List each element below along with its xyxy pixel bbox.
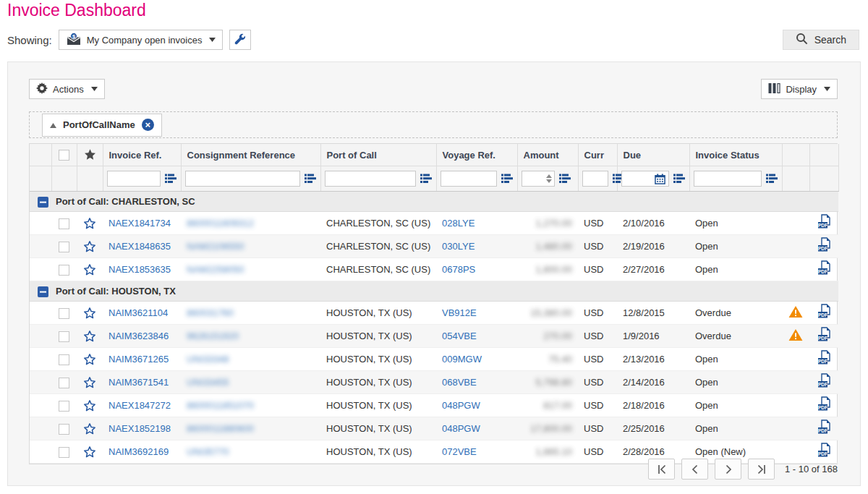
invoice-ref-link[interactable]: NAEX1853635	[109, 264, 171, 275]
pdf-icon[interactable]: PDF	[817, 350, 832, 366]
favorite-star-icon[interactable]	[83, 307, 96, 318]
amount-stepper[interactable]	[544, 174, 554, 183]
filter-menu-icon[interactable]	[305, 174, 317, 184]
favorite-star-icon[interactable]	[83, 330, 96, 341]
pdf-cell[interactable]: PDF	[809, 302, 838, 325]
filter-invoice-ref-input[interactable]	[108, 171, 160, 186]
column-header-amount[interactable]: Amount	[517, 144, 578, 166]
search-button[interactable]: Search	[783, 30, 859, 50]
calendar-icon[interactable]	[652, 174, 668, 184]
pdf-icon[interactable]: PDF	[817, 260, 832, 276]
pdf-cell[interactable]: PDF	[809, 417, 838, 440]
pdf-icon[interactable]: PDF	[817, 237, 832, 253]
invoice-ref-cell[interactable]: NAEX1848635	[103, 235, 181, 258]
filter-due-input[interactable]	[622, 171, 652, 186]
voyage-ref-cell[interactable]: 048PGW	[436, 394, 517, 417]
voyage-ref-link[interactable]: VB912E	[442, 307, 477, 318]
invoice-ref-link[interactable]: NAIM3621104	[109, 307, 168, 318]
voyage-ref-link[interactable]: 048PGW	[442, 423, 480, 434]
favorite-cell[interactable]	[77, 325, 103, 348]
consignment-ref-redacted[interactable]: 860031760	[187, 307, 234, 318]
view-selector-dropdown[interactable]: $ My Company open invoices	[59, 30, 224, 50]
checkbox-cell[interactable]	[51, 258, 77, 281]
row-checkbox[interactable]	[59, 401, 69, 412]
voyage-ref-cell[interactable]: 030LYE	[436, 235, 517, 258]
filter-curr-input[interactable]	[583, 171, 608, 186]
filter-amount-input[interactable]	[522, 171, 544, 186]
consignment-ref-redacted[interactable]: UNI33455	[187, 377, 229, 388]
favorite-star-icon[interactable]	[83, 353, 96, 364]
invoice-ref-cell[interactable]: NAEX1853635	[103, 258, 181, 281]
pdf-cell[interactable]: PDF	[809, 371, 838, 394]
invoice-ref-link[interactable]: NAIM3671265	[109, 354, 169, 365]
consignment-ref-redacted[interactable]: 8600011609312	[187, 218, 254, 229]
select-all-checkbox[interactable]	[59, 150, 69, 161]
pdf-icon[interactable]: PDF	[817, 420, 832, 435]
next-page-button[interactable]	[715, 459, 741, 480]
pdf-cell[interactable]: PDF	[809, 258, 838, 281]
voyage-ref-link[interactable]: 030LYE	[442, 241, 475, 252]
filter-menu-icon[interactable]	[165, 174, 177, 184]
filter-menu-icon[interactable]	[501, 174, 514, 184]
actions-button[interactable]: Actions	[29, 79, 105, 99]
checkbox-cell[interactable]	[51, 325, 77, 348]
filter-invoice-status-input[interactable]	[694, 171, 761, 186]
grouping-chip-portofcallname[interactable]: PortOfCallName ×	[42, 114, 162, 137]
invoice-ref-link[interactable]: NAIM3692169	[109, 446, 169, 457]
pdf-cell[interactable]: PDF	[809, 212, 838, 235]
invoice-ref-cell[interactable]: NAIM3623846	[103, 325, 181, 348]
voyage-ref-link[interactable]: 009MGW	[442, 354, 482, 365]
row-checkbox[interactable]	[59, 218, 69, 229]
select-all-checkbox-header[interactable]	[51, 144, 77, 166]
favorite-cell[interactable]	[77, 417, 103, 440]
voyage-ref-link[interactable]: 068VBE	[442, 377, 477, 388]
favorite-cell[interactable]	[77, 440, 103, 464]
row-checkbox[interactable]	[59, 378, 69, 388]
voyage-ref-cell[interactable]: 054VBE	[436, 325, 517, 348]
row-checkbox[interactable]	[59, 265, 69, 276]
invoice-ref-cell[interactable]: NAEX1847272	[103, 394, 181, 417]
filter-menu-icon[interactable]	[559, 174, 571, 184]
checkbox-cell[interactable]	[51, 394, 77, 417]
filter-menu-icon[interactable]	[766, 174, 778, 184]
voyage-ref-link[interactable]: 072VBE	[442, 446, 477, 457]
previous-page-button[interactable]	[681, 459, 708, 480]
checkbox-cell[interactable]	[51, 212, 77, 235]
collapse-group-icon[interactable]	[38, 197, 48, 208]
favorite-star-icon[interactable]	[83, 263, 96, 274]
column-header-due[interactable]: Due	[617, 144, 689, 166]
favorite-star-icon[interactable]	[83, 240, 96, 251]
favorite-cell[interactable]	[77, 371, 103, 394]
filter-port-of-call-input[interactable]	[326, 171, 415, 186]
column-header-curr[interactable]: Curr	[578, 144, 617, 166]
invoice-ref-link[interactable]: NAIM3623846	[109, 331, 169, 341]
invoice-ref-link[interactable]: NAIM3671541	[109, 377, 169, 388]
row-checkbox[interactable]	[59, 447, 69, 458]
invoice-ref-link[interactable]: NAEX1841734	[109, 218, 171, 229]
pdf-icon[interactable]: PDF	[817, 214, 832, 230]
checkbox-cell[interactable]	[51, 440, 77, 464]
invoice-ref-link[interactable]: NAEX1847272	[109, 400, 171, 411]
consignment-ref-redacted[interactable]: 8600011851070	[187, 400, 254, 411]
voyage-ref-cell[interactable]: 068VBE	[436, 371, 517, 394]
checkbox-cell[interactable]	[51, 348, 77, 371]
first-page-button[interactable]	[648, 459, 675, 480]
column-header-port-of-call[interactable]: Port of Call	[320, 144, 436, 166]
voyage-ref-link[interactable]: 048PGW	[442, 400, 480, 411]
consignment-ref-redacted[interactable]: UNI35770	[187, 446, 229, 457]
pdf-cell[interactable]: PDF	[809, 394, 838, 417]
group-toggle-cell[interactable]	[30, 281, 51, 302]
favorite-cell[interactable]	[77, 212, 103, 235]
invoice-ref-cell[interactable]: NAIM3671541	[103, 371, 181, 394]
row-checkbox[interactable]	[59, 242, 69, 252]
pdf-cell[interactable]: PDF	[809, 348, 838, 371]
invoice-ref-link[interactable]: NAEX1848635	[109, 241, 171, 252]
voyage-ref-link[interactable]: 0678PS	[442, 264, 475, 275]
row-checkbox[interactable]	[59, 308, 69, 319]
remove-grouping-icon[interactable]: ×	[142, 119, 154, 131]
row-checkbox[interactable]	[59, 424, 69, 435]
invoice-ref-link[interactable]: NAEX1852198	[109, 423, 171, 434]
favorite-cell[interactable]	[77, 302, 103, 325]
column-header-consignment-reference[interactable]: Consignment Reference	[181, 144, 320, 166]
pdf-icon[interactable]: PDF	[817, 443, 832, 459]
